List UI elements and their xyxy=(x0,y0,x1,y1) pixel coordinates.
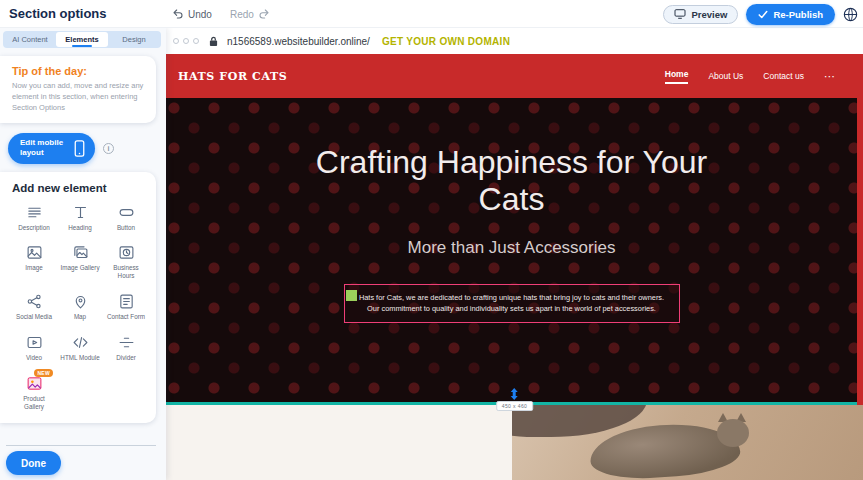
element-grid: Description Heading Button Image Image G… xyxy=(12,204,148,411)
tip-card: Tip of the day: Now you can add, move an… xyxy=(0,56,156,123)
button-icon xyxy=(118,204,135,221)
image-icon xyxy=(26,244,43,261)
tab-design[interactable]: Design xyxy=(108,32,160,47)
element-divider[interactable]: Divider xyxy=(104,334,148,362)
site-logo[interactable]: HATS FOR CATS xyxy=(178,70,287,83)
preview-button[interactable]: Preview xyxy=(663,5,738,24)
element-contact-form[interactable]: Contact Form xyxy=(104,293,148,321)
element-html-module[interactable]: HTML Module xyxy=(58,334,102,362)
preview-area: n1566589.websitebuilder.online/ GET YOUR… xyxy=(166,28,863,480)
window-dot xyxy=(183,38,189,44)
republish-label: Re-Publish xyxy=(773,9,823,20)
video-icon xyxy=(26,334,43,351)
element-heading[interactable]: Heading xyxy=(58,204,102,232)
nav-about-us[interactable]: About Us xyxy=(708,71,743,81)
site-url[interactable]: n1566589.websitebuilder.online/ xyxy=(227,36,370,47)
get-domain-link[interactable]: GET YOUR OWN DOMAIN xyxy=(382,36,510,47)
next-section xyxy=(166,405,863,480)
hero-paragraph-selected[interactable]: Hats for Cats, we are dedicated to craft… xyxy=(344,284,680,323)
sidebar-tabs: AI Content Elements Design xyxy=(3,31,161,48)
sidebar-divider xyxy=(6,445,156,446)
preview-label: Preview xyxy=(691,9,727,20)
window-dot xyxy=(193,38,199,44)
image-gallery-icon xyxy=(72,244,89,261)
tab-ai-content[interactable]: AI Content xyxy=(4,32,56,47)
element-button[interactable]: Button xyxy=(104,204,148,232)
heading-icon xyxy=(72,204,89,221)
element-video[interactable]: Video xyxy=(12,334,56,362)
site-canvas: HATS FOR CATS Home About Us Contact us ⋯… xyxy=(166,54,863,480)
map-icon xyxy=(72,293,89,310)
element-image[interactable]: Image xyxy=(12,244,56,280)
lock-icon xyxy=(209,36,218,47)
top-toolbar: Section options Undo Redo Preview Re-Pub… xyxy=(0,0,863,28)
hero-subheading[interactable]: More than Just Accessories xyxy=(166,238,857,258)
divider-icon xyxy=(118,334,135,351)
browser-chrome-bar: n1566589.websitebuilder.online/ GET YOUR… xyxy=(166,28,863,54)
cat-photo[interactable] xyxy=(512,405,863,480)
social-media-icon xyxy=(26,293,43,310)
edit-mobile-layout-button[interactable]: Edit mobile layout xyxy=(8,133,95,164)
nav-home[interactable]: Home xyxy=(665,69,689,84)
element-social-media[interactable]: Social Media xyxy=(12,293,56,321)
mobile-phone-icon xyxy=(74,140,85,157)
redo-label: Redo xyxy=(230,9,254,20)
site-nav: Home About Us Contact us ⋯ xyxy=(665,69,835,84)
tab-elements[interactable]: Elements xyxy=(56,32,108,47)
window-dot xyxy=(173,38,179,44)
next-section-content xyxy=(166,405,512,480)
nav-more-icon[interactable]: ⋯ xyxy=(824,70,835,83)
redo-button[interactable]: Redo xyxy=(230,8,270,20)
site-header: HATS FOR CATS Home About Us Contact us ⋯ xyxy=(166,54,863,98)
redo-icon xyxy=(258,8,270,20)
element-image-gallery[interactable]: Image Gallery xyxy=(58,244,102,280)
info-icon[interactable]: i xyxy=(103,143,114,154)
resize-arrows-icon xyxy=(509,388,519,400)
done-button[interactable]: Done xyxy=(6,451,61,475)
nav-contact-us[interactable]: Contact us xyxy=(763,71,804,81)
element-description[interactable]: Description xyxy=(12,204,56,232)
edit-mobile-label: Edit mobile layout xyxy=(20,138,66,158)
monitor-icon xyxy=(674,9,686,19)
tip-body: Now you can add, move and resize any ele… xyxy=(12,81,144,114)
check-icon xyxy=(758,10,768,19)
toolbar-right: Preview Re-Publish xyxy=(663,0,858,28)
business-hours-icon xyxy=(118,244,135,261)
html-module-icon xyxy=(72,334,89,351)
tip-title: Tip of the day: xyxy=(12,65,144,77)
hero-paragraph-text: Hats for Cats, we are dedicated to craft… xyxy=(359,293,664,313)
element-business-hours[interactable]: Business Hours xyxy=(104,244,148,280)
republish-button[interactable]: Re-Publish xyxy=(746,4,835,25)
element-map[interactable]: Map xyxy=(58,293,102,321)
photo-cat-head xyxy=(717,419,749,447)
section-resize-handle[interactable]: 450 x 460 xyxy=(496,388,534,411)
globe-icon[interactable] xyxy=(843,7,858,22)
section-options-sidebar: AI Content Elements Design Tip of the da… xyxy=(0,28,166,480)
resize-size-label: 450 x 460 xyxy=(496,401,534,411)
edit-mobile-row: Edit mobile layout i xyxy=(8,133,166,164)
hero-heading[interactable]: Crafting Happiness for Your Cats xyxy=(292,144,732,218)
element-product-gallery[interactable]: NEW Product Gallery xyxy=(12,375,56,411)
add-element-panel: Add new element Description Heading Butt… xyxy=(0,172,156,423)
hero-section[interactable]: Crafting Happiness for Your Cats More th… xyxy=(166,98,857,404)
new-badge: NEW xyxy=(34,369,53,377)
product-gallery-icon xyxy=(26,375,43,392)
undo-icon xyxy=(172,8,184,20)
undo-label: Undo xyxy=(188,9,212,20)
add-panel-title: Add new element xyxy=(12,182,148,194)
page-title: Section options xyxy=(9,6,107,21)
history-controls: Undo Redo xyxy=(172,0,270,28)
undo-button[interactable]: Undo xyxy=(172,8,212,20)
contact-form-icon xyxy=(118,293,135,310)
selection-drag-handle[interactable] xyxy=(346,290,357,301)
description-icon xyxy=(26,204,43,221)
